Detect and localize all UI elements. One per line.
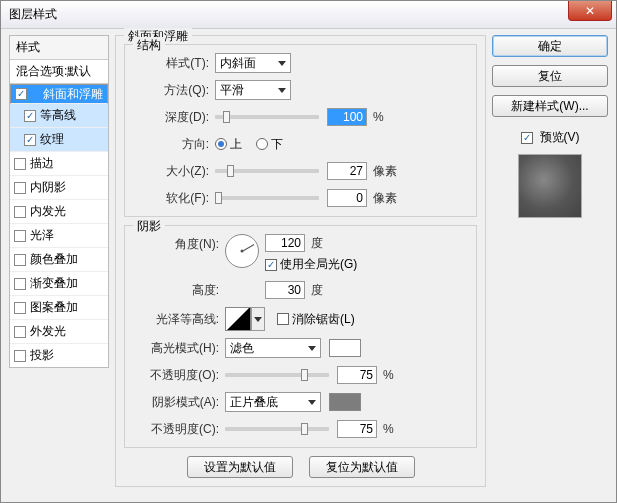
style-item-2[interactable]: 纹理 [10,128,108,152]
bottom-buttons: 设置为默认值 复位为默认值 [124,456,477,478]
style-checkbox[interactable] [14,278,26,290]
shadow-mode-row: 阴影模式(A): 正片叠底 [133,392,468,412]
depth-input[interactable]: 100 [327,108,367,126]
style-checkbox[interactable] [14,230,26,242]
soften-row: 软化(F): 0 像素 [133,188,468,208]
global-light-label: 使用全局光(G) [280,256,357,273]
direction-label: 方向: [133,136,215,153]
style-row: 样式(T): 内斜面 [133,53,468,73]
highlight-opacity-unit: % [383,368,394,382]
blend-options-row[interactable]: 混合选项:默认 [10,60,108,84]
style-item-label: 等高线 [40,107,76,124]
style-item-11[interactable]: 投影 [10,344,108,367]
highlight-mode-select[interactable]: 滤色 [225,338,321,358]
style-item-7[interactable]: 颜色叠加 [10,248,108,272]
chevron-down-icon [308,400,316,405]
style-checkbox[interactable] [15,88,27,100]
style-checkbox[interactable] [14,206,26,218]
method-select[interactable]: 平滑 [215,80,291,100]
shadow-opacity-row: 不透明度(C): 75 % [133,419,468,439]
style-item-6[interactable]: 光泽 [10,224,108,248]
gloss-contour-row: 光泽等高线: 消除锯齿(L) [133,307,468,331]
altitude-label: 高度: [133,282,225,299]
depth-slider[interactable] [215,115,319,119]
style-checkbox[interactable] [14,326,26,338]
style-item-9[interactable]: 图案叠加 [10,296,108,320]
angle-dial[interactable] [225,234,259,268]
style-item-4[interactable]: 内阴影 [10,176,108,200]
new-style-button[interactable]: 新建样式(W)... [492,95,608,117]
direction-row: 方向: 上 下 [133,134,468,154]
style-item-5[interactable]: 内发光 [10,200,108,224]
ok-button[interactable]: 确定 [492,35,608,57]
gloss-contour-swatch[interactable] [225,307,251,331]
style-checkbox[interactable] [14,302,26,314]
preview-toggle-row: 预览(V) [492,129,608,146]
global-light-checkbox[interactable] [265,259,277,271]
shadow-legend: 阴影 [133,218,165,235]
direction-up-label: 上 [230,136,242,153]
size-slider[interactable] [215,169,319,173]
reset-default-button[interactable]: 复位为默认值 [309,456,415,478]
soften-slider[interactable] [215,196,319,200]
altitude-input[interactable]: 30 [265,281,305,299]
reset-button[interactable]: 复位 [492,65,608,87]
style-checkbox[interactable] [24,134,36,146]
preview-checkbox[interactable] [521,132,533,144]
style-item-label: 内发光 [30,203,66,220]
chevron-down-icon [278,88,286,93]
shadow-opacity-input[interactable]: 75 [337,420,377,438]
method-select-value: 平滑 [220,82,244,99]
style-list-header[interactable]: 样式 [10,36,108,60]
direction-down-label: 下 [271,136,283,153]
style-item-label: 内阴影 [30,179,66,196]
shadow-color-swatch[interactable] [329,393,361,411]
shadow-mode-select[interactable]: 正片叠底 [225,392,321,412]
direction-down-radio[interactable] [256,138,268,150]
highlight-mode-row: 高光模式(H): 滤色 [133,338,468,358]
highlight-opacity-label: 不透明度(O): [133,367,225,384]
style-checkbox[interactable] [14,182,26,194]
highlight-opacity-slider[interactable] [225,373,329,377]
altitude-row: 高度: 30 度 [133,280,468,300]
size-input[interactable]: 27 [327,162,367,180]
highlight-mode-label: 高光模式(H): [133,340,225,357]
angle-unit: 度 [311,235,323,252]
style-item-1[interactable]: 等高线 [10,104,108,128]
style-checkbox[interactable] [14,350,26,362]
close-button[interactable]: ✕ [568,1,612,21]
direction-up-radio[interactable] [215,138,227,150]
size-label: 大小(Z): [133,163,215,180]
gloss-contour-picker[interactable] [251,307,265,331]
style-item-label: 渐变叠加 [30,275,78,292]
angle-label: 角度(N): [133,234,225,253]
style-item-3[interactable]: 描边 [10,152,108,176]
soften-input[interactable]: 0 [327,189,367,207]
dialog-layer-style: 图层样式 ✕ 样式 混合选项:默认 斜面和浮雕等高线纹理描边内阴影内发光光泽颜色… [0,0,617,503]
close-icon: ✕ [585,4,595,18]
style-item-label: 光泽 [30,227,54,244]
style-select-value: 内斜面 [220,55,256,72]
chevron-down-icon [308,346,316,351]
style-checkbox[interactable] [14,254,26,266]
style-item-8[interactable]: 渐变叠加 [10,272,108,296]
shadow-mode-label: 阴影模式(A): [133,394,225,411]
antialias-checkbox[interactable] [277,313,289,325]
shadow-opacity-unit: % [383,422,394,436]
shadow-mode-value: 正片叠底 [230,394,278,411]
style-select[interactable]: 内斜面 [215,53,291,73]
style-checkbox[interactable] [24,110,36,122]
structure-legend: 结构 [133,37,165,54]
angle-input[interactable]: 120 [265,234,305,252]
style-item-0[interactable]: 斜面和浮雕 [10,84,108,104]
make-default-button[interactable]: 设置为默认值 [187,456,293,478]
highlight-opacity-input[interactable]: 75 [337,366,377,384]
shadow-opacity-slider[interactable] [225,427,329,431]
method-label: 方法(Q): [133,82,215,99]
highlight-color-swatch[interactable] [329,339,361,357]
style-list: 样式 混合选项:默认 斜面和浮雕等高线纹理描边内阴影内发光光泽颜色叠加渐变叠加图… [9,35,109,368]
style-item-10[interactable]: 外发光 [10,320,108,344]
style-item-label: 图案叠加 [30,299,78,316]
style-checkbox[interactable] [14,158,26,170]
highlight-mode-value: 滤色 [230,340,254,357]
